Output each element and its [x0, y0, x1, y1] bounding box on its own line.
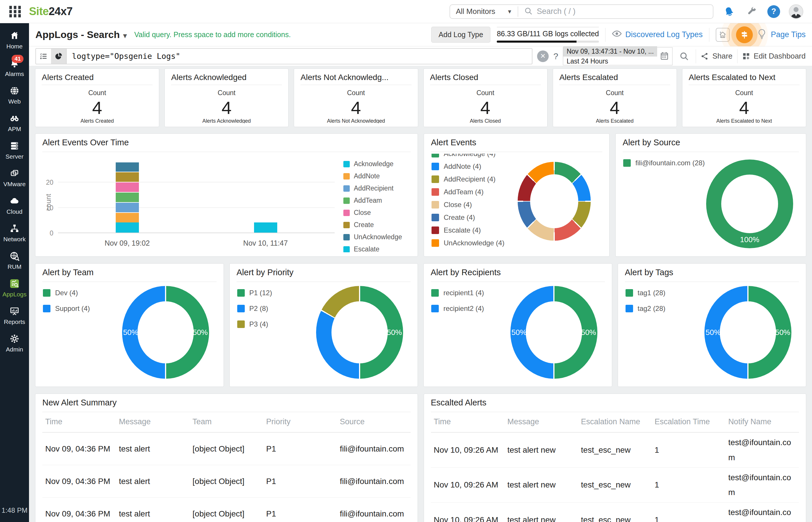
sidebar-item-applogs[interactable]: AppLogs [3, 274, 27, 302]
sidebar-item-alarms[interactable]: Alarms41 [3, 54, 27, 81]
legend-item[interactable]: Create [343, 221, 411, 229]
stat-card[interactable]: Alerts EscalatedCount4Alerts Escalated [553, 68, 677, 127]
chart-view-button[interactable] [51, 49, 66, 64]
legend-item[interactable]: tag2 (28) [626, 304, 666, 313]
legend-item[interactable]: Acknowledge [343, 160, 411, 168]
table-column-header[interactable]: Message [116, 417, 190, 426]
bar-segment-close[interactable] [116, 182, 139, 192]
legend-item[interactable]: Dev (4) [43, 289, 90, 297]
table-row[interactable]: Nov 10, 09:26 AMtest alert newtest_esc_n… [431, 468, 799, 503]
stat-card[interactable]: Alerts ClosedCount4Alerts Closed [423, 68, 548, 127]
sidebar-item-home[interactable]: Home [3, 26, 27, 54]
page-header: AppLogs - Search▾ Valid query. Press spa… [29, 23, 812, 46]
dashboard-home-icon[interactable] [716, 28, 730, 42]
donut-hole [331, 301, 388, 363]
alert-by-team-donut[interactable]: 50%50% [122, 286, 209, 379]
table-column-header[interactable]: Time [431, 417, 505, 426]
slice-percent-label: 50% [387, 328, 402, 337]
page-tips-link[interactable]: Page Tips [771, 30, 806, 39]
bar-segment-unacknowledge[interactable] [116, 162, 139, 172]
table-row[interactable]: Nov 09, 04:36 PMtest alert[object Object… [42, 498, 411, 522]
edit-dashboard-button[interactable]: Edit Dashboard [742, 52, 806, 61]
alert-by-priority-donut[interactable]: 50% [316, 286, 403, 379]
bar-segment-addteam[interactable] [116, 192, 139, 202]
legend-item[interactable]: recipient1 (4) [431, 289, 484, 297]
legend-item[interactable]: P2 (8) [237, 304, 272, 313]
table-column-header[interactable]: Source [337, 417, 411, 426]
table-row[interactable]: Nov 10, 09:26 AMtest alert newtest_esc_n… [431, 503, 799, 522]
sidebar-item-admin[interactable]: Admin [3, 329, 27, 357]
legend-label: AddTeam (4) [444, 188, 483, 196]
table-column-header[interactable]: Time [42, 417, 116, 426]
guidance-signpost-icon[interactable] [736, 26, 753, 43]
add-log-type-button[interactable]: Add Log Type [431, 27, 490, 43]
time-range-picker[interactable]: Nov 09, 13:47:31 - Nov 10, ... Last 24 H… [563, 47, 672, 65]
table-column-header[interactable]: Escalation Name [578, 417, 652, 426]
sidebar-item-cloud[interactable]: Cloud [3, 192, 27, 219]
sidebar-item-web[interactable]: Web [3, 81, 27, 109]
table-row[interactable]: Nov 09, 04:36 PMtest alert[object Object… [42, 465, 411, 498]
help-icon[interactable]: ? [767, 5, 780, 18]
clear-query-icon[interactable]: ✕ [537, 51, 549, 62]
alert-by-recipients-donut[interactable]: 50%50% [510, 286, 597, 379]
table-column-header[interactable]: Team [190, 417, 263, 426]
stat-card[interactable]: Alerts Not Acknowledg...Count4Alerts Not… [294, 68, 418, 127]
query-help-icon[interactable]: ? [553, 51, 558, 61]
discovered-log-types-label: Discovered Log Types [625, 30, 703, 39]
legend-item[interactable]: fili@ifountain.com (28) [623, 159, 705, 167]
table-column-header[interactable]: Priority [263, 417, 337, 426]
bar-segment-addrecipient[interactable] [116, 202, 139, 212]
legend-item[interactable]: P3 (4) [237, 320, 272, 328]
discovered-log-types-link[interactable]: Discovered Log Types [612, 30, 703, 39]
site24x7-logo[interactable]: Site24x7 [29, 5, 73, 18]
alert-by-tags-donut[interactable]: 50%50% [705, 286, 791, 379]
search-input[interactable]: Search ( / ) [537, 7, 576, 16]
table-column-header[interactable]: Message [504, 417, 578, 426]
legend-item[interactable]: AddNote [343, 172, 411, 180]
legend-item[interactable]: Escalate [343, 245, 411, 252]
sidebar-item-network[interactable]: Network [3, 219, 27, 246]
bar-segment-create[interactable] [116, 172, 139, 182]
sidebar-item-server[interactable]: Server [3, 136, 27, 164]
legend-item[interactable]: recipient2 (4) [431, 304, 484, 313]
avatar[interactable] [789, 4, 803, 19]
table-row[interactable]: Nov 09, 04:36 PMtest alert[object Object… [42, 433, 411, 465]
table-row[interactable]: Nov 10, 09:26 AMtest alert newtest_esc_n… [431, 433, 799, 468]
share-button[interactable]: Share [701, 52, 732, 61]
legend-item[interactable]: AddTeam [343, 197, 411, 204]
sidebar-item-vmware[interactable]: VMware [3, 164, 27, 192]
stat-card[interactable]: Alerts Escalated to NextCount4Alerts Esc… [682, 68, 806, 127]
bar-1[interactable] [116, 162, 139, 233]
monitor-scope-dropdown[interactable]: All Monitors ▾ [456, 7, 517, 16]
bar-segment-acknowledge[interactable] [116, 222, 139, 233]
legend-item[interactable]: UnAcknowledge (4) [431, 239, 556, 247]
bar-2[interactable] [254, 222, 277, 233]
alert-events-donut[interactable] [517, 162, 591, 241]
alert-by-source-donut[interactable]: 100% [706, 160, 793, 248]
sidebar-item-rum[interactable]: RUM [3, 246, 27, 274]
legend-item[interactable]: Close [343, 209, 411, 217]
notifications-bell-icon[interactable] [722, 5, 736, 19]
sidebar-item-label: APM [8, 125, 21, 133]
search-run-icon[interactable] [677, 49, 691, 63]
bar-segment-escalate[interactable] [254, 222, 277, 233]
legend-item[interactable]: Acknowledge (4) [431, 154, 556, 158]
app-grid-icon[interactable] [9, 5, 21, 18]
table-column-header[interactable]: Escalation Time [652, 417, 725, 426]
stat-card[interactable]: Alerts CreatedCount4Alerts Created [35, 68, 159, 127]
legend-item[interactable]: Support (4) [43, 304, 90, 313]
table-column-header[interactable]: Notify Name [725, 417, 799, 426]
stat-card[interactable]: Alerts AcknowledgedCount4Alerts Acknowle… [164, 68, 288, 127]
legend-item[interactable]: tag1 (28) [626, 289, 666, 297]
bar-segment-addnote[interactable] [116, 212, 139, 222]
sidebar-item-reports[interactable]: Reports [3, 302, 27, 329]
list-view-button[interactable] [36, 49, 51, 64]
legend-item[interactable]: UnAcknowledge [343, 233, 411, 241]
page-title[interactable]: AppLogs - Search▾ [35, 29, 127, 40]
legend-item[interactable]: AddRecipient [343, 184, 411, 192]
wrench-icon[interactable] [745, 5, 759, 19]
lightbulb-icon[interactable] [757, 28, 767, 41]
legend-item[interactable]: P1 (12) [237, 289, 272, 297]
sidebar-item-apm[interactable]: APM [3, 109, 27, 136]
query-input[interactable]: logtype="Opsgenie Logs" [67, 52, 180, 61]
